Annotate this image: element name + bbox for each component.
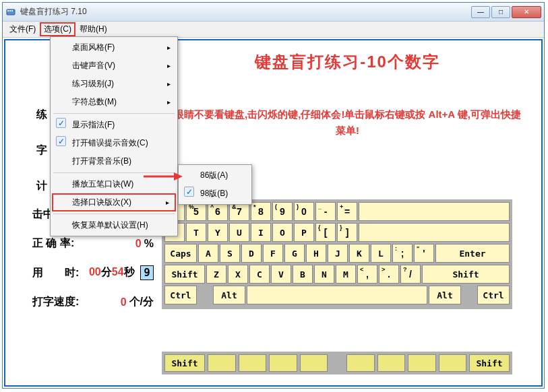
key-5[interactable]: %5 <box>186 202 206 221</box>
key-backslash[interactable] <box>359 223 510 242</box>
svg-rect-3 <box>11 10 13 11</box>
key-K[interactable]: K <box>349 244 369 263</box>
key-T[interactable]: T <box>186 223 206 242</box>
key-J[interactable]: J <box>328 244 348 263</box>
key-I[interactable]: I <box>251 223 271 242</box>
options-dropdown: 桌面风格(F) 击键声音(V) 练习级别(J) 字符总数(M) ✓显示指法(F)… <box>50 36 178 236</box>
time-flash-digit: 9 <box>140 265 154 280</box>
maximize-button[interactable]: □ <box>491 6 510 18</box>
key-N[interactable]: N <box>314 265 334 284</box>
key-punct[interactable]: >. <box>379 265 399 284</box>
key-punct[interactable]: "' <box>414 244 434 263</box>
key-shift-right[interactable]: Shift <box>422 265 510 284</box>
label-lian: 练 <box>36 108 47 122</box>
key-caps[interactable]: Caps <box>164 244 197 263</box>
bottom-shift-left[interactable]: Shift <box>164 354 205 372</box>
key-V[interactable]: V <box>271 265 291 284</box>
submenu-98[interactable]: ✓98版(B) <box>180 185 250 203</box>
menu-bg-music[interactable]: 打开背景音乐(B) <box>52 152 176 170</box>
key--[interactable]: _- <box>315 202 336 221</box>
menu-practice-level[interactable]: 练习级别(J) <box>52 75 176 93</box>
key-L[interactable]: L <box>371 244 391 263</box>
key-bracket[interactable]: }] <box>337 223 357 242</box>
bottom-key[interactable] <box>300 354 328 372</box>
key-6[interactable]: ^6 <box>208 202 228 221</box>
instruction-text: 眼睛不要看键盘,击闪烁的键,仔细体会!单击鼠标右键或按 Alt+A 键,可弹出快… <box>160 106 535 139</box>
key-H[interactable]: H <box>306 244 326 263</box>
menu-label: 打开错误提示音效(C) <box>72 137 148 149</box>
menu-error-sound[interactable]: ✓打开错误提示音效(C) <box>52 134 176 152</box>
menu-separator <box>53 113 175 114</box>
key-backspace[interactable] <box>359 202 510 221</box>
bottom-key[interactable] <box>377 354 406 372</box>
key-O[interactable]: O <box>272 223 293 242</box>
menu-restore-default[interactable]: 恢复菜单默认设置(H) <box>52 216 176 234</box>
svg-rect-1 <box>7 10 9 11</box>
time-sec: 54 <box>112 266 124 277</box>
check-icon: ✓ <box>56 118 66 128</box>
key-enter[interactable]: Enter <box>435 244 510 263</box>
app-icon <box>5 7 16 18</box>
key-9[interactable]: (9 <box>272 202 293 221</box>
key-U[interactable]: U <box>229 223 249 242</box>
key-alt-right[interactable]: Alt <box>429 286 461 304</box>
close-button[interactable]: ✕ <box>512 6 541 18</box>
menu-select-version[interactable]: 选择口诀版次(X) <box>52 193 176 211</box>
menu-options[interactable]: 选项(C) <box>40 22 75 36</box>
key-S[interactable]: S <box>220 244 240 263</box>
key-=[interactable]: += <box>337 202 357 221</box>
submenu-86[interactable]: 86版(A) <box>180 166 250 185</box>
key-punct[interactable]: ?/ <box>400 265 421 284</box>
key-B[interactable]: B <box>293 265 313 284</box>
key-D[interactable]: D <box>241 244 262 263</box>
key-ctrl-left[interactable]: Ctrl <box>164 286 197 304</box>
titlebar: 键盘盲打练习 7.10 — □ ✕ <box>3 3 544 22</box>
bottom-key[interactable] <box>439 354 467 372</box>
menu-show-finger[interactable]: ✓显示指法(F) <box>52 116 176 134</box>
key-punct[interactable]: <, <box>357 265 377 284</box>
key-G[interactable]: G <box>284 244 305 263</box>
key-7[interactable]: &7 <box>229 202 249 221</box>
page-title: 键盘盲打练习-10个数字 <box>160 51 535 73</box>
speed-value: 0 <box>121 296 127 308</box>
key-punct[interactable]: :; <box>392 244 413 263</box>
accuracy-value: 0 <box>135 238 142 250</box>
key-0[interactable]: )0 <box>294 202 314 221</box>
menu-desktop-style[interactable]: 桌面风格(F) <box>52 38 176 57</box>
key-Y[interactable]: Y <box>208 223 228 242</box>
key-P[interactable]: P <box>294 223 314 242</box>
bottom-key[interactable] <box>346 354 375 372</box>
bottom-indicator-row: Shift Shift <box>162 352 512 374</box>
key-F[interactable]: F <box>263 244 283 263</box>
time-sec-unit: 秒 <box>124 266 135 277</box>
key-bracket[interactable]: {[ <box>315 223 336 242</box>
bottom-key[interactable] <box>208 354 236 372</box>
time-min: 00 <box>89 266 101 277</box>
bottom-key[interactable] <box>239 354 267 372</box>
key-Z[interactable]: Z <box>206 265 226 284</box>
key-shift-left[interactable]: Shift <box>164 265 205 284</box>
menu-help[interactable]: 帮助(H) <box>75 22 111 36</box>
key-X[interactable]: X <box>228 265 248 284</box>
key-alt-left[interactable]: Alt <box>213 286 245 304</box>
virtual-keyboard: $4%5^6&7*8(9)0_-+= RTYUIOP{[}] CapsASDFG… <box>162 199 512 309</box>
label-zi: 字 <box>36 143 47 158</box>
menu-file[interactable]: 文件(F) <box>5 22 40 36</box>
time-min-unit: 分 <box>101 266 112 277</box>
speed-unit: 个/分 <box>129 295 154 309</box>
key-C[interactable]: C <box>249 265 270 284</box>
bottom-key[interactable] <box>269 354 297 372</box>
check-icon: ✓ <box>184 187 194 197</box>
bottom-key[interactable] <box>408 354 436 372</box>
time-label: 用 时: <box>32 266 79 280</box>
key-8[interactable]: *8 <box>251 202 271 221</box>
key-ctrl-right[interactable]: Ctrl <box>477 286 510 304</box>
menu-char-count[interactable]: 字符总数(M) <box>52 93 176 111</box>
menu-key-sound[interactable]: 击键声音(V) <box>52 57 176 75</box>
bottom-shift-right[interactable]: Shift <box>469 354 510 372</box>
key-M[interactable]: M <box>336 265 356 284</box>
key-A[interactable]: A <box>198 244 218 263</box>
speed-label: 打字速度: <box>32 295 79 309</box>
key-space[interactable] <box>247 286 427 304</box>
minimize-button[interactable]: — <box>471 6 490 18</box>
